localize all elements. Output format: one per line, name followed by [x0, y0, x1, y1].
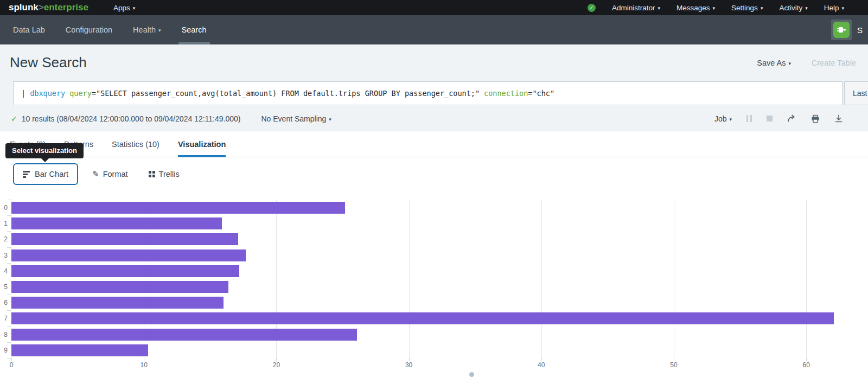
x-gridline — [674, 200, 674, 358]
app-name-label: S — [857, 25, 863, 35]
y-axis-category-label: 9 — [0, 347, 8, 354]
tab-visualization-label: Visualization — [178, 140, 226, 149]
settings-menu[interactable]: Settings — [731, 4, 763, 12]
messages-menu[interactable]: Messages — [676, 4, 715, 12]
print-icon — [811, 114, 820, 123]
trellis-grid-icon — [149, 171, 155, 177]
nav-item-search[interactable]: Search — [178, 15, 210, 44]
save-as-button[interactable]: Save As — [757, 59, 791, 67]
y-axis-tick — [7, 342, 11, 343]
scroll-indicator-dot[interactable] — [469, 372, 474, 377]
x-axis-tick-label: 0 — [10, 361, 14, 369]
results-summary: 10 results (08/04/2024 12:00:00.000 to 0… — [22, 114, 241, 123]
spl-arg-connection-key: connection — [484, 89, 528, 98]
x-axis-tick — [541, 358, 542, 361]
x-axis-tick — [409, 358, 410, 361]
x-gridline — [541, 200, 542, 358]
x-axis-tick-label: 50 — [670, 361, 677, 369]
event-sampling-menu[interactable]: No Event Sampling — [261, 114, 331, 123]
tab-statistics-label: Statistics (10) — [112, 140, 159, 149]
help-menu-label: Help — [824, 4, 839, 12]
logo-gt-text: > — [39, 2, 44, 12]
bar[interactable] — [11, 265, 239, 277]
spl-arg-connection-value: "chc" — [532, 89, 554, 98]
format-button[interactable]: Format — [92, 169, 128, 179]
share-button[interactable] — [787, 114, 796, 123]
page-title: New Search — [10, 54, 87, 71]
y-axis-tick — [7, 358, 11, 359]
print-button[interactable] — [811, 114, 820, 123]
save-as-label: Save As — [757, 59, 786, 67]
search-query-input[interactable]: |dbxqueryquery="SELECT passenger_count,a… — [13, 81, 843, 105]
results-check-icon — [11, 114, 17, 123]
splunk-logo[interactable]: splunk>enterprise — [9, 2, 88, 13]
apps-menu[interactable]: Apps — [113, 4, 135, 12]
y-axis-tick — [7, 231, 11, 232]
bar[interactable] — [11, 281, 228, 293]
y-axis-category-label: 5 — [0, 283, 8, 291]
nav-item-data-lab-label: Data Lab — [13, 25, 45, 34]
activity-menu[interactable]: Activity — [779, 4, 807, 12]
event-sampling-label: No Event Sampling — [261, 114, 326, 123]
administrator-menu-label: Administrator — [612, 4, 655, 12]
visualization-controls: Bar Chart Format Trellis — [0, 157, 868, 191]
bar[interactable] — [11, 217, 222, 229]
tab-statistics[interactable]: Statistics (10) — [112, 131, 159, 157]
chart-type-picker-button[interactable]: Bar Chart — [13, 163, 78, 185]
tab-visualization[interactable]: Visualization — [178, 131, 226, 157]
y-axis-tick — [7, 279, 11, 279]
nav-item-health[interactable]: Health — [130, 15, 164, 44]
administrator-menu[interactable]: Administrator — [612, 4, 660, 12]
pause-button-disabled — [746, 115, 752, 122]
download-icon — [834, 114, 843, 123]
select-visualization-tooltip: Select visualization — [5, 143, 84, 158]
x-axis-tick-label: 60 — [803, 361, 810, 369]
y-axis-category-label: 0 — [0, 204, 8, 212]
bar[interactable] — [11, 249, 246, 261]
nav-item-health-label: Health — [133, 25, 156, 34]
plug-icon — [833, 22, 850, 38]
x-gridline — [806, 200, 807, 358]
x-axis-tick — [276, 358, 277, 361]
health-check-icon[interactable] — [588, 4, 596, 12]
spl-eq2: = — [528, 89, 532, 98]
trellis-label: Trellis — [159, 170, 180, 178]
results-bar: 10 results (08/04/2024 12:00:00.000 to 0… — [0, 106, 868, 131]
bar[interactable] — [11, 344, 148, 356]
trellis-button[interactable]: Trellis — [149, 170, 180, 178]
bar[interactable] — [11, 312, 834, 324]
bar-chart-icon — [23, 171, 30, 178]
pencil-icon — [92, 169, 99, 179]
job-menu-label: Job — [714, 114, 727, 123]
bar[interactable] — [11, 329, 357, 341]
y-axis-tick — [7, 263, 11, 264]
bar-chart: 01020304050600123456789 — [0, 191, 868, 384]
topbar-right: Administrator Messages Settings Activity… — [588, 4, 844, 12]
bar[interactable] — [11, 233, 238, 245]
pause-icon — [746, 115, 752, 122]
spl-eq1: = — [92, 89, 96, 98]
y-axis-tick — [7, 200, 11, 200]
x-axis-tick-label: 40 — [538, 361, 545, 369]
time-range-picker[interactable]: Last — [844, 81, 868, 105]
bar[interactable] — [11, 202, 345, 214]
nav-item-data-lab[interactable]: Data Lab — [10, 15, 48, 44]
bar[interactable] — [11, 297, 224, 309]
job-menu[interactable]: Job — [714, 114, 732, 123]
y-axis-category-label: 4 — [0, 267, 8, 275]
format-label: Format — [103, 170, 128, 178]
share-icon — [787, 114, 796, 123]
x-axis-tick — [11, 358, 12, 361]
logo-product-text: enterprise — [44, 2, 88, 12]
stop-icon — [767, 116, 773, 121]
nav-item-configuration[interactable]: Configuration — [62, 15, 116, 44]
y-axis-category-label: 3 — [0, 252, 8, 259]
app-identity: S — [831, 20, 863, 40]
help-menu[interactable]: Help — [824, 4, 844, 12]
messages-menu-label: Messages — [676, 4, 710, 12]
export-button[interactable] — [834, 114, 843, 123]
create-table-button-disabled: Create Table — [812, 59, 856, 67]
y-axis-tick — [7, 247, 11, 248]
db-connect-app-icon[interactable] — [831, 20, 852, 40]
x-axis-tick-label: 10 — [141, 361, 148, 369]
